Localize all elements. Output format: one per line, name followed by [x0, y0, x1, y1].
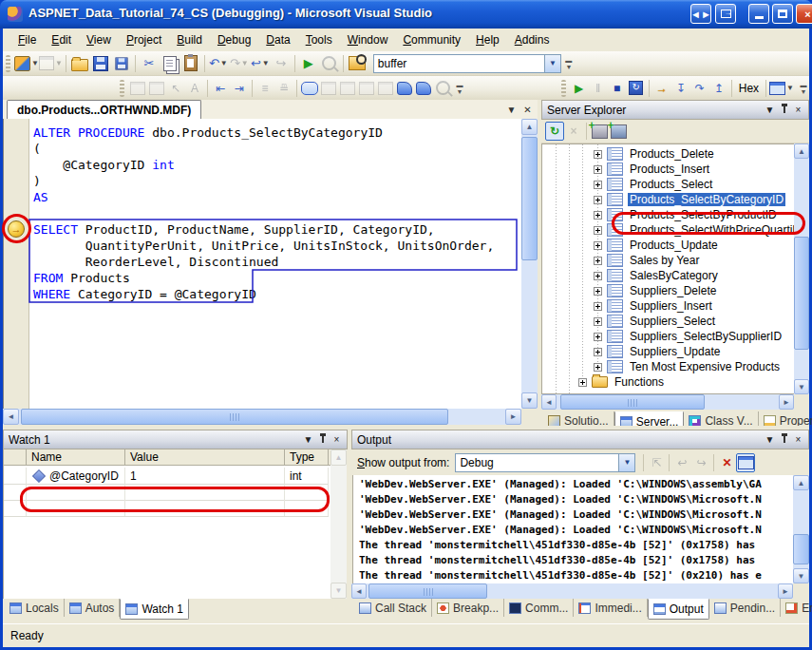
menu-item-view[interactable]: View — [79, 30, 119, 49]
stop-debug-button[interactable]: ■ — [608, 79, 627, 98]
expand-plus-icon[interactable] — [594, 150, 602, 159]
scroll-up-icon[interactable]: ▲ — [330, 449, 347, 466]
pointer-button[interactable]: ↖ — [166, 79, 185, 98]
output-tab-pendin-[interactable]: Pendin... — [709, 599, 781, 617]
editor-tab[interactable]: dbo.Products...ORTHWND.MDF) — [7, 100, 201, 119]
expand-plus-icon[interactable] — [594, 302, 602, 311]
scroll-left-icon[interactable]: ◄ — [351, 583, 367, 599]
scroll-up-icon[interactable]: ▲ — [521, 119, 538, 135]
toolbar-grip[interactable] — [561, 80, 566, 97]
menu-item-project[interactable]: Project — [119, 30, 169, 49]
server-explorer-tree[interactable]: Products_DeleteProducts_InsertProducts_S… — [541, 143, 794, 394]
tree-item-products-select[interactable]: Products_Select — [594, 177, 714, 192]
step-into-button[interactable]: ↧ — [671, 79, 690, 98]
scroll-down-icon[interactable]: ▼ — [793, 568, 809, 583]
close-icon[interactable]: × — [330, 432, 344, 447]
menu-item-help[interactable]: Help — [468, 30, 507, 49]
menu-item-build[interactable]: Build — [169, 30, 210, 49]
previous-message-button[interactable]: ↩ — [672, 453, 691, 472]
code-editor[interactable]: → ALTER PROCEDURE dbo.Products_SelectByC… — [3, 119, 521, 409]
scrollbar-thumb[interactable] — [560, 394, 705, 410]
tree-item-products-selectwithpricequartile[interactable]: Products_SelectWithPriceQuartile — [594, 222, 794, 238]
continue-button[interactable]: ▶ — [570, 79, 589, 98]
close-icon[interactable]: × — [791, 432, 805, 447]
menu-item-debug[interactable]: Debug — [210, 30, 258, 49]
tree-item-suppliers-insert[interactable]: Suppliers_Insert — [594, 298, 714, 314]
breakpoint-margin[interactable] — [4, 119, 29, 409]
toolbar-overflow-button[interactable]: ▬▼ — [798, 79, 809, 98]
expand-plus-icon[interactable] — [594, 333, 602, 341]
scrollbar-thumb[interactable] — [793, 534, 809, 564]
chevron-down-icon[interactable]: ▼ — [786, 84, 794, 92]
window-position-chevron-icon[interactable]: ▼ — [301, 432, 315, 447]
query-shape-3-button[interactable] — [357, 79, 376, 98]
menu-item-edit[interactable]: Edit — [44, 30, 79, 49]
show-next-statement-button[interactable]: → — [652, 79, 671, 98]
debug-tab-locals[interactable]: Locals — [5, 599, 65, 617]
tree-item-sales-by-year[interactable]: Sales by Year — [594, 253, 701, 268]
copy-button[interactable] — [160, 53, 180, 74]
search-combobox[interactable]: buffer ▼ — [373, 54, 561, 73]
rounded-rect-button[interactable] — [300, 79, 319, 98]
step-over-button[interactable]: ↷ — [690, 79, 709, 98]
output-tab-comm-[interactable]: Comm... — [504, 599, 574, 617]
toolbar-overflow-button[interactable]: ▬▼ — [563, 54, 575, 73]
query-shape-4-button[interactable] — [376, 79, 395, 98]
menu-item-file[interactable]: File — [10, 30, 44, 49]
output-window-button[interactable]: ▼ — [769, 79, 794, 98]
cut-button[interactable]: ✂ — [139, 53, 160, 74]
tree-item-salesbycategory[interactable]: SalesByCategory — [594, 268, 720, 283]
expand-plus-icon[interactable] — [594, 348, 602, 356]
pause-button[interactable]: ‖ — [589, 79, 608, 98]
expand-plus-icon[interactable] — [594, 257, 602, 265]
indent-button[interactable]: ⇥ — [230, 79, 249, 98]
expand-plus-icon[interactable] — [594, 287, 602, 296]
goto-message-button[interactable]: ⇱ — [647, 453, 666, 472]
scroll-left-icon[interactable]: ◄ — [541, 394, 557, 410]
save-all-button[interactable] — [111, 53, 132, 74]
menu-item-tools[interactable]: Tools — [298, 30, 340, 49]
menu-item-window[interactable]: Window — [340, 30, 396, 49]
scroll-right-icon[interactable]: ► — [778, 583, 793, 599]
pin-icon[interactable] — [315, 432, 330, 447]
chevron-down-icon[interactable]: ▼ — [55, 59, 63, 67]
open-file-button[interactable] — [69, 53, 90, 74]
output-header[interactable]: Output ▼ × — [351, 430, 809, 449]
list-members-button[interactable]: ≡ — [255, 79, 274, 98]
chevron-down-icon[interactable]: ▼ — [618, 454, 634, 471]
watch-empty-row[interactable] — [4, 484, 329, 501]
tree-item-ten-most-expensive-products[interactable]: Ten Most Expensive Products — [594, 359, 782, 374]
scroll-down-icon[interactable]: ▼ — [794, 379, 809, 394]
expand-plus-icon[interactable] — [594, 272, 602, 280]
column-header-type[interactable]: Type — [285, 449, 329, 465]
tree-item-functions[interactable]: Functions — [578, 374, 666, 390]
debug-tab-watch-1[interactable]: Watch 1 — [120, 599, 189, 620]
next-message-button[interactable]: ↪ — [691, 453, 710, 472]
pin-icon[interactable] — [777, 103, 791, 117]
menu-item-addins[interactable]: Addins — [507, 30, 557, 49]
window-position-chevron-icon[interactable]: ▼ — [763, 103, 777, 117]
verify-sql-button[interactable] — [433, 79, 452, 98]
minimize-button[interactable] — [748, 4, 769, 24]
chevron-down-icon[interactable]: ▼ — [544, 55, 560, 72]
stop-refresh-button[interactable]: × — [564, 122, 583, 141]
toggle-word-wrap-button[interactable] — [736, 453, 755, 472]
pin-icon[interactable] — [777, 432, 791, 447]
dock-arrows-button[interactable]: ◄► — [690, 4, 711, 24]
add-item-button[interactable]: ▼ — [39, 53, 63, 74]
scroll-down-icon[interactable]: ▼ — [330, 583, 347, 599]
output-tab-error-list[interactable]: Error List — [781, 599, 812, 617]
close-document-icon[interactable]: ✕ — [520, 103, 535, 117]
show-diagram-pane-button[interactable] — [128, 79, 147, 98]
output-vertical-scrollbar[interactable]: ▲ ▼ — [793, 475, 809, 583]
outdent-button[interactable]: ⇤ — [211, 79, 230, 98]
column-header-value[interactable]: Value — [125, 449, 285, 465]
tab-list-chevron-icon[interactable]: ▼ — [504, 103, 519, 117]
show-criteria-pane-button[interactable] — [147, 79, 166, 98]
tree-item-products-delete[interactable]: Products_Delete — [594, 146, 716, 162]
output-tab-breakp-[interactable]: Breakp... — [432, 599, 504, 617]
undo-button[interactable]: ↶▼ — [208, 53, 229, 74]
new-project-button[interactable]: ▼ — [14, 53, 39, 74]
tree-item-products-selectbycategoryid[interactable]: Products_SelectByCategoryID — [594, 192, 785, 207]
navigate-back-button[interactable]: ↩▼ — [250, 53, 271, 74]
